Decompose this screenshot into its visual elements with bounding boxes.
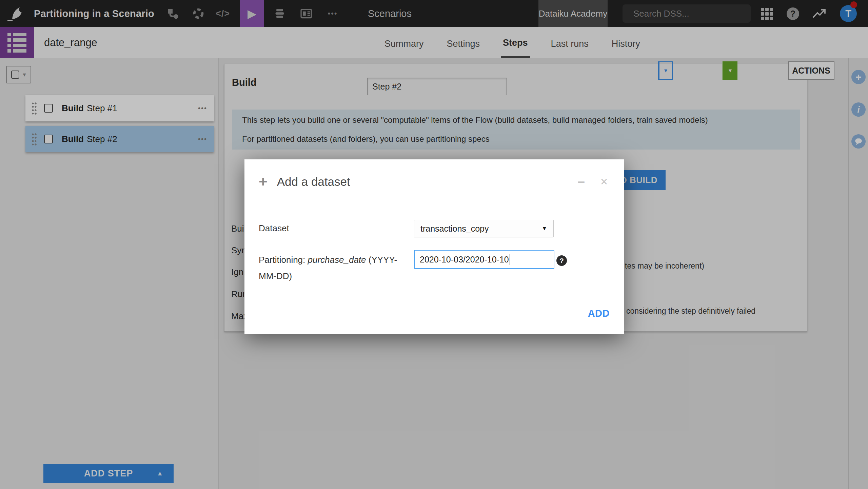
plus-icon: + [259,173,268,190]
dataset-field-label: Dataset [259,223,289,234]
minimize-icon[interactable]: – [578,174,585,189]
partitioning-input[interactable]: 2020-10-03/2020-10-10 [414,250,554,269]
add-dataset-modal: + Add a dataset – × Dataset transactions… [244,159,624,334]
partition-dimension-name: purchase_date [308,255,366,265]
text-cursor [510,254,510,265]
partitioning-help-icon[interactable]: ? [556,255,567,266]
dataset-select[interactable]: transactions_copy ▼ [414,220,554,237]
partitioning-input-value: 2020-10-03/2020-10-10 [420,255,509,265]
dataset-selected-value: transactions_copy [420,224,489,234]
dss-app-window: Partitioning in a Scenario </> ▶ ••• Sce… [0,0,868,489]
modal-add-button[interactable]: ADD [588,308,610,319]
modal-title: Add a dataset [277,175,350,189]
select-caret-down-icon: ▼ [541,225,547,232]
close-icon[interactable]: × [600,175,608,189]
partitioning-field-label: Partitioning: purchase_date (YYYY-MM-DD) [259,252,411,284]
modal-header: + Add a dataset – × [244,159,624,204]
